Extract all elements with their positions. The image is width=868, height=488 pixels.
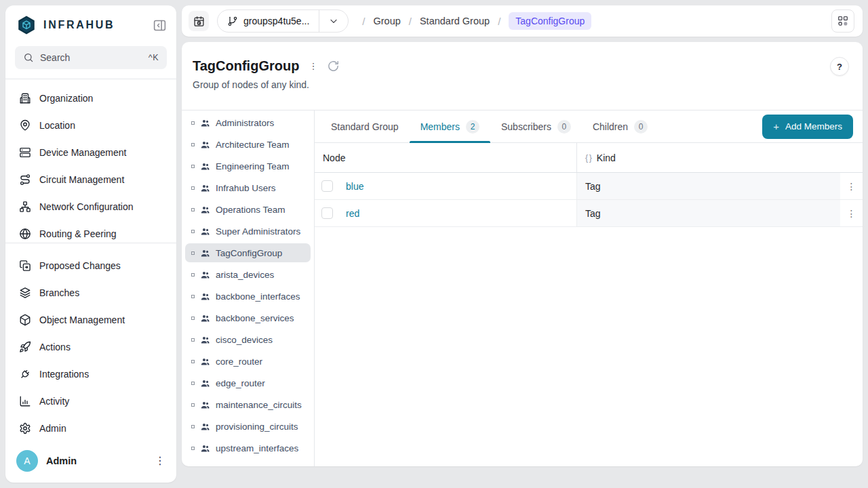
- panel-collapse-icon: [153, 18, 167, 33]
- group-item-selected[interactable]: TagConfigGroup: [185, 243, 311, 262]
- bullet-icon: [191, 425, 195, 428]
- users-icon: [200, 422, 210, 432]
- bullet-icon: [191, 121, 195, 125]
- add-members-button[interactable]: + Add Members: [762, 115, 853, 139]
- column-header-kind: { } Kind: [576, 143, 840, 172]
- search-shortcut: ^K: [149, 53, 159, 62]
- group-item[interactable]: maintenance_circuits: [185, 395, 311, 414]
- tab-standard-group[interactable]: Standard Group: [320, 110, 410, 142]
- user-name: Admin: [46, 455, 77, 466]
- breadcrumb-standard-group[interactable]: Standard Group: [420, 16, 490, 26]
- row-checkbox[interactable]: [321, 180, 333, 192]
- group-item[interactable]: core_router: [185, 352, 311, 371]
- group-item[interactable]: edge_router: [185, 373, 311, 392]
- workflow-icon: [837, 15, 849, 27]
- help-button[interactable]: ?: [830, 57, 849, 76]
- users-icon: [200, 226, 210, 237]
- git-branch-icon: [227, 16, 238, 26]
- group-item[interactable]: arista_devices: [185, 265, 311, 284]
- column-header-actions: [840, 143, 863, 172]
- user-menu[interactable]: A Admin ⋮: [5, 442, 176, 483]
- bullet-icon: [191, 317, 195, 320]
- row-kebab-button[interactable]: ⋮: [847, 209, 856, 218]
- group-item[interactable]: backbone_services: [185, 308, 311, 327]
- table-row: red Tag ⋮: [315, 200, 863, 227]
- network-icon: [19, 201, 31, 213]
- group-item[interactable]: Infrahub Users: [185, 178, 311, 197]
- group-item[interactable]: Engineering Team: [185, 157, 311, 176]
- column-header-node: Node: [315, 152, 576, 163]
- users-icon: [200, 270, 210, 280]
- node-link[interactable]: blue: [346, 181, 363, 192]
- bullet-icon: [191, 230, 195, 233]
- page-title: TagConfigGroup: [193, 58, 299, 74]
- brand-name: INFRAHUB: [43, 19, 115, 31]
- branch-selector[interactable]: groupsp4tu5e...: [217, 9, 349, 33]
- refresh-icon: [327, 60, 340, 73]
- group-item[interactable]: upstream_interfaces: [185, 439, 311, 458]
- group-item[interactable]: Administrators: [185, 113, 311, 132]
- row-checkbox[interactable]: [321, 207, 333, 219]
- sidebar-item-admin[interactable]: Admin: [12, 415, 170, 442]
- sidebar-item-object-management[interactable]: Object Management: [12, 306, 170, 333]
- group-item[interactable]: Operations Team: [185, 200, 311, 219]
- date-picker-button[interactable]: [189, 11, 209, 31]
- sidebar-item-circuit-management[interactable]: Circuit Management: [12, 166, 170, 193]
- node-link[interactable]: red: [346, 208, 359, 219]
- schema-visualizer-button[interactable]: [831, 9, 854, 33]
- tab-label: Members: [420, 121, 460, 132]
- content-card: TagConfigGroup ⋮ Group of nodes of any k…: [182, 42, 863, 466]
- braces-icon: { }: [585, 153, 591, 163]
- nav-label: Routing & Peering: [39, 228, 117, 239]
- sidebar-item-integrations[interactable]: Integrations: [12, 361, 170, 388]
- sidebar-item-organization[interactable]: Organization: [12, 85, 170, 112]
- sidebar-item-proposed-changes[interactable]: Proposed Changes: [12, 252, 170, 279]
- tab-label: Subscribers: [501, 121, 551, 132]
- sidebar-item-device-management[interactable]: Device Management: [12, 139, 170, 166]
- sidebar-nav-primary[interactable]: Organization Location Device Management …: [5, 79, 176, 243]
- groups-list-panel[interactable]: Administrators Architecture Team Enginee…: [182, 110, 315, 466]
- content-body: Administrators Architecture Team Enginee…: [182, 110, 863, 466]
- nav-label: Integrations: [39, 369, 89, 380]
- users-icon: [200, 248, 210, 258]
- refresh-button[interactable]: [327, 60, 340, 73]
- sidebar-item-activity[interactable]: Activity: [12, 388, 170, 415]
- users-icon: [200, 140, 210, 150]
- user-kebab-button[interactable]: ⋮: [155, 455, 165, 466]
- tab-count-badge: 0: [557, 120, 571, 134]
- breadcrumb: / Group / Standard Group / TagConfigGrou…: [362, 12, 591, 30]
- breadcrumb-current[interactable]: TagConfigGroup: [509, 12, 591, 30]
- sidebar-item-network-configuration[interactable]: Network Configuration: [12, 193, 170, 220]
- sidebar-item-branches[interactable]: Branches: [12, 279, 170, 306]
- sidebar-item-location[interactable]: Location: [12, 112, 170, 139]
- chevron-down-icon: [319, 16, 348, 26]
- plug-icon: [19, 368, 31, 380]
- globe-icon: [19, 228, 31, 240]
- tab-subscribers[interactable]: Subscribers 0: [490, 110, 582, 142]
- tab-label: Children: [593, 121, 628, 132]
- tab-children[interactable]: Children 0: [582, 110, 658, 142]
- sidebar-collapse-button[interactable]: [153, 18, 167, 33]
- row-kebab-button[interactable]: ⋮: [847, 182, 856, 191]
- sidebar-item-actions[interactable]: Actions: [12, 333, 170, 361]
- topbar: groupsp4tu5e... / Group / Standard Group…: [182, 5, 863, 37]
- node-cell: red: [315, 200, 576, 226]
- group-item[interactable]: cisco_devices: [185, 330, 311, 349]
- sidebar-item-routing-peering[interactable]: Routing & Peering: [12, 220, 170, 243]
- users-icon: [200, 118, 210, 128]
- calendar-clock-icon: [193, 16, 205, 27]
- group-item[interactable]: provisioning_circuits: [185, 417, 311, 436]
- title-kebab-button[interactable]: ⋮: [309, 62, 317, 70]
- rocket-icon: [19, 341, 31, 353]
- members-table: Node { } Kind blue Tag: [315, 143, 863, 227]
- breadcrumb-group[interactable]: Group: [373, 16, 400, 26]
- group-item[interactable]: Architecture Team: [185, 135, 311, 154]
- copy-diff-icon: [19, 260, 31, 272]
- table-header: Node { } Kind: [315, 143, 863, 173]
- sidebar-nav-secondary: Proposed Changes Branches Object Managem…: [5, 243, 176, 442]
- group-item[interactable]: backbone_interfaces: [185, 287, 311, 306]
- group-item[interactable]: Super Administrators: [185, 222, 311, 241]
- search-input[interactable]: Search ^K: [15, 46, 167, 69]
- breadcrumb-separator: /: [409, 16, 412, 27]
- tab-members[interactable]: Members 2: [410, 110, 490, 142]
